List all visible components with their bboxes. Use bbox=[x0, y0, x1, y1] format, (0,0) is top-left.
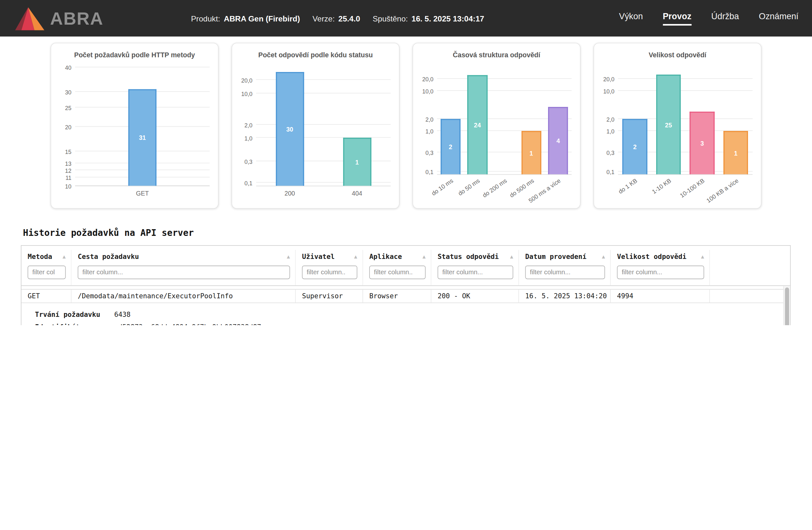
x-axis-category-label: do 10 ms bbox=[430, 177, 454, 197]
chart-title: Velikost odpovědí bbox=[594, 51, 761, 59]
chart-card-http-methods: Počet požadavků podle HTTP metody 403025… bbox=[50, 43, 218, 209]
detail-duration-line: Trvání požadavku6438 bbox=[35, 308, 790, 321]
x-axis-category-label: do 50 ms bbox=[457, 177, 481, 197]
cell-uzivatel: Supervisor bbox=[295, 290, 363, 303]
column-label: Uživatel bbox=[302, 252, 335, 260]
column-header-datum[interactable]: Datum provedení▲ bbox=[519, 250, 611, 286]
chart-plot-area: 20,010,02,01,00,30,1302001404 bbox=[256, 67, 391, 186]
column-header-metoda[interactable]: Metoda▲ bbox=[21, 250, 71, 286]
bar-1-10 KB: 25 bbox=[656, 75, 681, 174]
cell-datum: 16. 5. 2025 13:04:20 bbox=[519, 290, 611, 303]
column-header-uzivatel[interactable]: Uživatel▲ bbox=[295, 250, 363, 286]
table-title: Historie požadavků na API server bbox=[23, 228, 812, 238]
started-value: 16. 5. 2025 13:04:17 bbox=[411, 14, 484, 23]
nav-item-oznameni[interactable]: Oznámení bbox=[759, 11, 799, 25]
y-axis-tick-label: 11 bbox=[66, 175, 72, 182]
table-body: GET/Demodata/maintenance/ExecutorPoolInf… bbox=[21, 286, 790, 325]
cell-aplikace: Browser bbox=[363, 290, 432, 303]
column-header-top: Uživatel▲ bbox=[302, 250, 357, 262]
table-header-row: Metoda▲Cesta požadavku▲Uživatel▲Aplikace… bbox=[21, 246, 790, 286]
bar-200: 30 bbox=[276, 72, 304, 186]
column-label: Metoda bbox=[28, 252, 52, 260]
column-header-top: Aplikace▲ bbox=[369, 250, 425, 262]
main-nav: Výkon Provoz Údržba Oznámení bbox=[619, 11, 799, 25]
filter-input-datum[interactable] bbox=[525, 266, 605, 279]
detail-duration-value: 6438 bbox=[114, 308, 131, 321]
cell-velikost: 4994 bbox=[611, 290, 710, 303]
x-axis-category-label: 404 bbox=[352, 190, 362, 197]
nav-item-provoz[interactable]: Provoz bbox=[663, 11, 691, 25]
column-label: Aplikace bbox=[369, 252, 402, 260]
bar-value-label: 1 bbox=[355, 159, 359, 166]
column-label: Velikost odpovědi bbox=[617, 252, 686, 260]
bar-value-label: 4 bbox=[556, 137, 560, 145]
bar-value-label: 24 bbox=[474, 121, 481, 129]
scrollbar-thumb[interactable] bbox=[785, 287, 789, 325]
bar-value-label: 31 bbox=[139, 134, 146, 142]
column-header-cesta[interactable]: Cesta požadavku▲ bbox=[71, 250, 295, 286]
gridline bbox=[618, 90, 753, 91]
filter-input-uzivatel[interactable] bbox=[302, 266, 357, 279]
column-header-filler bbox=[710, 250, 790, 286]
system-info: Produkt: ABRA Gen (Firebird) Verze: 25.4… bbox=[191, 14, 484, 23]
y-axis-tick-label: 2,0 bbox=[244, 122, 252, 128]
filter-input-velikost[interactable] bbox=[617, 266, 704, 279]
sort-icon: ▲ bbox=[287, 253, 290, 259]
cell-status: 200 - OK bbox=[431, 290, 519, 303]
bar-do 50 ms: 24 bbox=[467, 75, 487, 174]
bar-value-label: 1 bbox=[734, 149, 738, 157]
version-info: Verze: 25.4.0 bbox=[313, 14, 360, 23]
y-axis-tick-label: 10,0 bbox=[422, 88, 434, 95]
sort-icon: ▲ bbox=[602, 253, 605, 259]
x-axis-category-label: 200 bbox=[285, 190, 295, 197]
column-header-status[interactable]: Status odpovědi▲ bbox=[431, 250, 519, 286]
table-row[interactable]: GET/Demodata/maintenance/ExecutorPoolInf… bbox=[21, 289, 790, 303]
detail-identifier-line: Identifikátorcd52873e-68dd-4894-9f7b-9bb… bbox=[35, 321, 790, 325]
started-info: Spuštěno: 16. 5. 2025 13:04:17 bbox=[373, 14, 484, 23]
y-axis-tick-label: 20,0 bbox=[603, 76, 614, 82]
bar-do 500 ms: 1 bbox=[521, 131, 541, 174]
column-header-velikost[interactable]: Velikost odpovědi▲ bbox=[611, 250, 710, 286]
bar-value-label: 3 bbox=[700, 140, 704, 147]
chart-card-response-times: Časová struktura odpovědí 20,010,02,01,0… bbox=[412, 43, 580, 209]
filter-input-cesta[interactable] bbox=[78, 266, 290, 279]
cell-filler bbox=[710, 290, 790, 303]
chart-plot-area: 20,010,02,01,00,30,12do 1 KB251-10 KB310… bbox=[618, 67, 753, 175]
x-axis-category-label: do 1 KB bbox=[618, 177, 639, 195]
y-axis-tick-label: 12 bbox=[65, 168, 71, 174]
version-label: Verze: bbox=[313, 14, 335, 23]
column-header-top: Cesta požadavku▲ bbox=[78, 250, 290, 262]
bar-value-label: 30 bbox=[286, 126, 293, 133]
bar-10-100 KB: 3 bbox=[690, 112, 715, 174]
column-header-aplikace[interactable]: Aplikace▲ bbox=[363, 250, 432, 286]
filter-input-status[interactable] bbox=[438, 266, 513, 279]
y-axis-tick-label: 1,0 bbox=[244, 135, 252, 142]
column-label: Cesta požadavku bbox=[78, 252, 139, 260]
cell-cesta: /Demodata/maintenance/ExecutorPoolInfo bbox=[71, 290, 295, 303]
x-axis-category-label: GET bbox=[136, 190, 149, 197]
bar-value-label: 1 bbox=[530, 149, 533, 157]
gridline bbox=[437, 78, 572, 79]
nav-item-vykon[interactable]: Výkon bbox=[619, 11, 643, 25]
y-axis-tick-label: 0,3 bbox=[244, 159, 252, 165]
column-header-top: Datum provedení▲ bbox=[525, 250, 605, 262]
y-axis-tick-label: 2,0 bbox=[606, 116, 614, 123]
filter-input-metoda[interactable] bbox=[28, 266, 66, 279]
gridline bbox=[618, 78, 753, 79]
chart-title: Počet požadavků podle HTTP metody bbox=[51, 51, 218, 59]
y-axis-tick-label: 1,0 bbox=[606, 128, 614, 135]
y-axis-tick-label: 0,3 bbox=[606, 149, 614, 156]
sort-icon: ▲ bbox=[354, 253, 357, 259]
bar-100 KB a více: 1 bbox=[723, 131, 748, 174]
nav-item-udrzba[interactable]: Údržba bbox=[711, 11, 739, 25]
filter-input-aplikace[interactable] bbox=[369, 266, 425, 279]
x-axis-category-label: 100 KB a více bbox=[705, 177, 739, 204]
sort-icon: ▲ bbox=[63, 253, 66, 259]
y-axis-tick-label: 15 bbox=[65, 148, 71, 155]
y-axis-tick-label: 0,1 bbox=[244, 180, 252, 186]
y-axis-tick-label: 10,0 bbox=[603, 88, 614, 95]
brand-text: ABRA bbox=[50, 8, 103, 28]
version-value: 25.4.0 bbox=[338, 14, 360, 23]
table-scrollbar[interactable]: ▼ bbox=[784, 286, 790, 325]
y-axis-tick-label: 10 bbox=[65, 183, 71, 189]
